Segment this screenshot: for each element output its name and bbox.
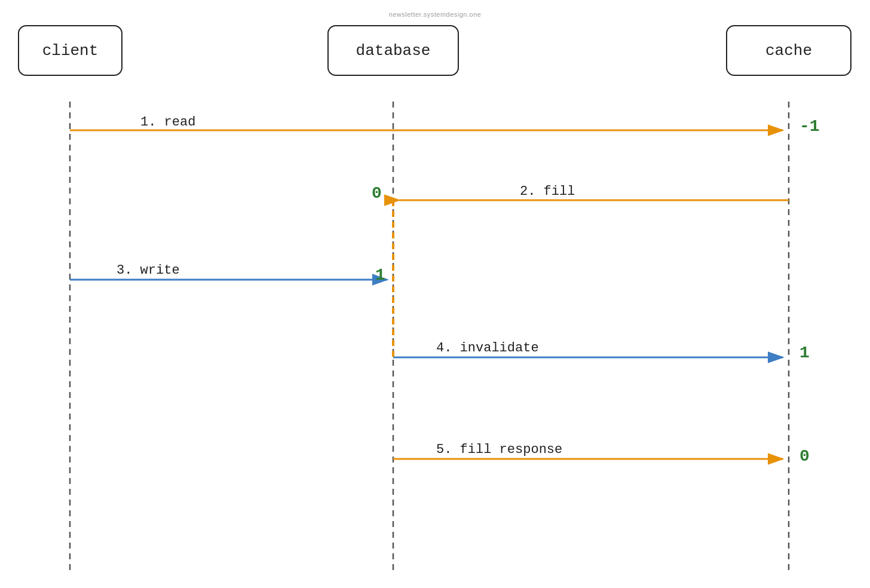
label-fill-response: 5. fill response	[436, 442, 562, 457]
badge-invalidate: 1	[799, 344, 810, 362]
badge-read: -1	[799, 117, 820, 136]
label-read: 1. read	[140, 115, 195, 130]
database-box: database	[327, 25, 459, 76]
watermark: newsletter.systemdesign.one	[389, 11, 482, 18]
cache-box: cache	[726, 25, 851, 76]
badge-write: 1	[375, 266, 385, 284]
client-box: client	[18, 25, 122, 76]
label-invalidate: 4. invalidate	[436, 341, 539, 356]
label-write: 3. write	[117, 263, 180, 278]
badge-fill-response: 0	[799, 447, 810, 466]
diagram-container: newsletter.systemdesign.one client datab…	[0, 0, 870, 588]
badge-fill: 0	[372, 184, 382, 203]
database-label: database	[356, 42, 431, 60]
cache-label: cache	[765, 42, 812, 60]
label-fill: 2. fill	[520, 184, 575, 199]
arrows-svg	[0, 0, 870, 588]
client-label: client	[42, 42, 99, 60]
